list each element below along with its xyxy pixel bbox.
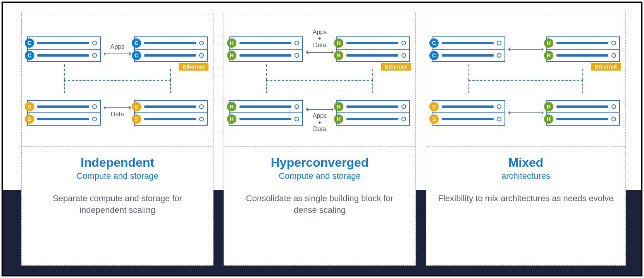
hci-badge-icon: H	[334, 114, 343, 124]
server-led-icon	[199, 117, 204, 121]
hci-badge-icon: H	[334, 102, 343, 111]
server-led-icon	[294, 53, 299, 58]
panel-description: Separate compute and storage for indepen…	[33, 193, 202, 216]
server: C	[134, 36, 208, 50]
diagram-frame: C C Apps C C Ethernet	[2, 2, 642, 276]
storage-badge-icon: S	[25, 102, 34, 111]
dashed-line-icon	[582, 80, 583, 93]
top-row: H H Apps + Data H H Ethernet	[229, 36, 410, 62]
server-bar-icon	[556, 42, 608, 44]
server-stack: C C	[27, 36, 101, 62]
server: H	[229, 112, 303, 126]
server-led-icon	[497, 53, 501, 58]
server-bar-icon	[346, 118, 398, 120]
server: S	[27, 112, 101, 126]
storage-badge-icon: S	[429, 114, 439, 124]
hci-badge-icon: H	[227, 51, 236, 60]
server: H	[336, 112, 410, 126]
double-arrow-icon	[104, 107, 131, 108]
dashed-line-icon	[372, 69, 373, 80]
server-bar-icon	[346, 105, 398, 108]
server-stack: S S	[432, 100, 505, 126]
server-stack: H H Ethernet	[546, 36, 620, 62]
dashed-line-icon	[170, 80, 171, 93]
server-bar-icon	[144, 42, 196, 44]
server: S	[432, 112, 505, 126]
server: C	[27, 36, 101, 50]
arrow-group: Apps + Data	[306, 45, 333, 52]
dashed-line-icon	[468, 80, 583, 81]
server: C	[432, 49, 505, 62]
server-led-icon	[92, 53, 97, 58]
hci-badge-icon: H	[544, 102, 553, 111]
server-stack: C C Ethernet	[134, 36, 208, 62]
ethernet-tag: Ethernet	[591, 63, 621, 71]
panel-description: Consolidate as single building block for…	[235, 193, 405, 216]
dashed-line-icon	[266, 80, 373, 81]
dashed-line-icon	[468, 80, 469, 93]
server-stack: H H Ethernet	[336, 36, 410, 62]
server: H	[336, 36, 410, 50]
server: C	[432, 36, 505, 50]
hci-badge-icon: H	[544, 114, 553, 124]
hci-badge-icon: H	[227, 38, 236, 48]
server-bar-icon	[346, 42, 398, 44]
server: S	[27, 100, 101, 113]
server-led-icon	[401, 41, 406, 45]
compute-badge-icon: C	[25, 51, 34, 60]
server: S	[134, 100, 208, 113]
dashed-line-icon	[582, 69, 583, 80]
server-bar-icon	[239, 118, 291, 120]
server-led-icon	[199, 41, 204, 45]
panel-subtitle: Compute and storage	[33, 171, 202, 181]
panel-title: Mixed	[437, 156, 615, 169]
server-bar-icon	[239, 42, 291, 44]
server-bar-icon	[239, 105, 291, 108]
server-stack: H H	[229, 100, 303, 126]
panel-diagram: H H Apps + Data H H Ethernet	[224, 13, 415, 147]
server: H	[336, 100, 410, 113]
arrow-group: Apps + Data	[306, 109, 333, 116]
server-led-icon	[92, 104, 97, 109]
server-stack: H H	[546, 100, 620, 126]
top-row: C C Apps C C Ethernet	[27, 36, 208, 62]
server-led-icon	[199, 53, 204, 58]
hci-badge-icon: H	[334, 51, 343, 60]
dashed-line-icon	[266, 64, 267, 80]
hci-badge-icon: H	[334, 38, 343, 48]
server: H	[546, 100, 620, 113]
server-stack: H H	[229, 36, 303, 62]
server-bar-icon	[144, 54, 196, 57]
server-bar-icon	[346, 54, 398, 57]
panel-diagram: C C H H Ethernet	[426, 13, 625, 147]
panel-subtitle: architectures	[437, 171, 615, 181]
hci-badge-icon: H	[544, 38, 553, 48]
dashed-line-icon	[372, 80, 373, 93]
ethernet-tag: Ethernet	[381, 63, 411, 71]
bottom-row: S S Data S S	[27, 100, 208, 126]
storage-badge-icon: S	[429, 102, 439, 111]
compute-badge-icon: C	[25, 38, 34, 48]
ethernet-tag: Ethernet	[179, 63, 208, 71]
server-led-icon	[401, 104, 406, 109]
server-led-icon	[92, 41, 97, 45]
network-connector	[27, 71, 208, 92]
server-stack: H H	[336, 100, 410, 126]
hci-badge-icon: H	[544, 51, 553, 60]
dashed-line-icon	[468, 64, 469, 80]
top-row: C C H H Ethernet	[432, 36, 620, 62]
hci-badge-icon: H	[227, 114, 236, 124]
server: H	[546, 112, 620, 126]
arrow-group	[508, 112, 543, 113]
server-led-icon	[92, 117, 97, 121]
storage-badge-icon: S	[132, 114, 141, 124]
server: H	[229, 49, 303, 62]
server-stack: C C	[432, 36, 505, 62]
panel-description: Flexibility to mix architectures as need…	[437, 193, 615, 204]
server-led-icon	[611, 41, 616, 45]
server: H	[229, 36, 303, 50]
arrow-group	[508, 49, 543, 50]
server-bar-icon	[239, 54, 291, 57]
dashed-line-icon	[266, 80, 267, 93]
server-bar-icon	[442, 42, 494, 44]
